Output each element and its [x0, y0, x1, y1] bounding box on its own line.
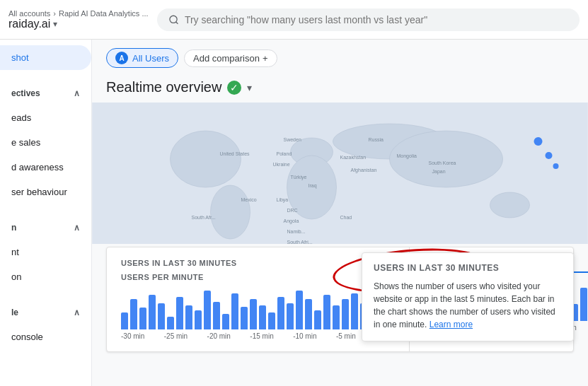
live-indicator: ✓ [227, 81, 241, 95]
chart-bar [139, 308, 146, 329]
bar-chart-left [121, 287, 395, 329]
chevron-up-icon-3: ∧ [74, 308, 80, 317]
sidebar-item-leads[interactable]: eads [0, 105, 91, 130]
chart-bar [231, 293, 238, 329]
realtime-dropdown-arrow[interactable]: ▾ [247, 82, 252, 93]
bar-labels-left: -30 min -25 min -20 min -15 min -10 min … [121, 332, 395, 340]
svg-point-8 [211, 185, 250, 239]
sidebar-item-on[interactable]: on [0, 264, 91, 289]
svg-text:Sweden: Sweden [284, 137, 301, 142]
realtime-title: Realtime overview [106, 79, 221, 95]
all-users-chip[interactable]: A All Users [106, 48, 178, 68]
breadcrumb-arrow: › [53, 9, 56, 18]
chart-bar [149, 295, 156, 329]
chart-bar [121, 312, 128, 329]
chart-bar [222, 314, 229, 329]
time-label-5: -5 min [336, 332, 356, 340]
chart-bar [259, 305, 266, 329]
users-per-minute-label: USERS PER MINUTE [121, 273, 395, 281]
sidebar-section-header-n[interactable]: n ∧ [0, 216, 91, 240]
chevron-up-icon-2: ∧ [74, 223, 80, 233]
chart-bar [342, 299, 349, 329]
search-bar[interactable] [157, 8, 580, 31]
chart-bar [130, 299, 137, 329]
chart-bar [580, 288, 587, 321]
chip-initial: A [119, 54, 124, 62]
svg-point-12 [553, 163, 559, 169]
sidebar: shot ectives ∧ eads e sales d awareness … [0, 40, 92, 386]
tooltip-popup: USERS IN LAST 30 MINUTES Shows the numbe… [362, 252, 574, 341]
svg-text:Namib...: Namib... [287, 229, 306, 234]
sidebar-console-label: console [11, 332, 43, 342]
chart-bar [195, 310, 202, 329]
svg-point-11 [546, 152, 553, 159]
chart-bar [185, 305, 192, 329]
live-check-icon: ✓ [230, 82, 238, 93]
sidebar-section-snapshot: shot [0, 40, 91, 76]
time-label-1: -25 min [164, 332, 188, 340]
stats-container: USERS IN LAST 30 MINUTES USERS PER MINUT… [92, 247, 588, 352]
add-icon: + [263, 53, 268, 64]
svg-point-9 [490, 192, 530, 218]
sidebar-on-label: on [11, 271, 21, 282]
add-comparison-button[interactable]: Add comparison + [184, 49, 277, 67]
sidebar-item-esales[interactable]: e sales [0, 130, 91, 155]
breadcrumb-area: All accounts › Rapid AI Data Analytics .… [8, 9, 149, 30]
svg-text:Libya: Libya [277, 197, 289, 203]
chart-bar [296, 291, 303, 329]
svg-text:Chad: Chad [340, 215, 352, 220]
svg-text:Türkiye: Türkiye [291, 175, 307, 180]
chart-bar [333, 305, 340, 329]
svg-point-0 [169, 16, 176, 23]
chip-avatar: A [115, 52, 128, 64]
chart-bar [167, 317, 174, 329]
svg-text:Poland: Poland [277, 151, 292, 156]
tooltip-title: USERS IN LAST 30 MINUTES [374, 263, 562, 273]
sidebar-item-awareness[interactable]: d awareness [0, 155, 91, 180]
chart-bar [204, 291, 211, 329]
chart-bar [176, 297, 183, 329]
world-map: Sweden Poland Ukraine Türkiye Iraq Libya… [92, 103, 588, 244]
all-accounts-link[interactable]: All accounts [8, 9, 50, 18]
sidebar-item-console[interactable]: console [0, 324, 91, 349]
sidebar-item-snapshot[interactable]: shot [0, 45, 91, 70]
breadcrumb: All accounts › Rapid AI Data Analytics .… [8, 9, 149, 18]
sidebar-section-header-le[interactable]: le ∧ [0, 300, 91, 324]
chart-bar [268, 312, 275, 329]
svg-rect-2 [93, 103, 588, 244]
time-label-0: -30 min [121, 332, 144, 340]
svg-point-6 [390, 131, 503, 187]
svg-point-7 [171, 131, 241, 187]
svg-text:DRC: DRC [287, 208, 298, 213]
chart-bar [241, 307, 248, 329]
layout: shot ectives ∧ eads e sales d awareness … [0, 40, 588, 386]
realtime-header: Realtime overview ✓ ▾ [92, 76, 588, 103]
map-area: Sweden Poland Ukraine Türkiye Iraq Libya… [92, 103, 588, 244]
account-selector[interactable]: raiday.ai ▾ [8, 18, 149, 30]
sidebar-le-label: le [11, 308, 18, 317]
svg-text:Russia: Russia [369, 137, 384, 142]
svg-text:Kazakhstan: Kazakhstan [340, 155, 367, 160]
current-page-breadcrumb: Rapid AI Data Analytics ... [59, 9, 149, 18]
svg-point-10 [534, 137, 543, 146]
svg-text:Mexico: Mexico [241, 197, 257, 202]
sidebar-item-behaviour[interactable]: ser behaviour [0, 180, 91, 204]
svg-text:Japan: Japan [432, 169, 446, 175]
filter-bar: A All Users Add comparison + [92, 40, 588, 76]
add-comparison-label: Add comparison [193, 53, 260, 64]
account-dropdown-arrow: ▾ [53, 19, 57, 29]
svg-text:South Afri...: South Afri... [287, 240, 313, 244]
time-label-2: -20 min [207, 332, 231, 340]
chart-bar [314, 310, 321, 329]
sidebar-section-objectives: ectives ∧ eads e sales d awareness ser b… [0, 76, 91, 210]
main-content: A All Users Add comparison + Realtime ov… [92, 40, 588, 386]
sidebar-esales-label: e sales [11, 137, 40, 148]
search-input[interactable] [185, 14, 568, 25]
svg-text:Iraq: Iraq [309, 183, 317, 189]
svg-text:Angola: Angola [284, 218, 299, 224]
learn-more-link[interactable]: Learn more [430, 320, 473, 329]
sidebar-section-header-objectives[interactable]: ectives ∧ [0, 81, 91, 105]
account-name-text: raiday.ai [8, 18, 50, 30]
search-icon [168, 14, 179, 25]
sidebar-item-nt[interactable]: nt [0, 240, 91, 264]
